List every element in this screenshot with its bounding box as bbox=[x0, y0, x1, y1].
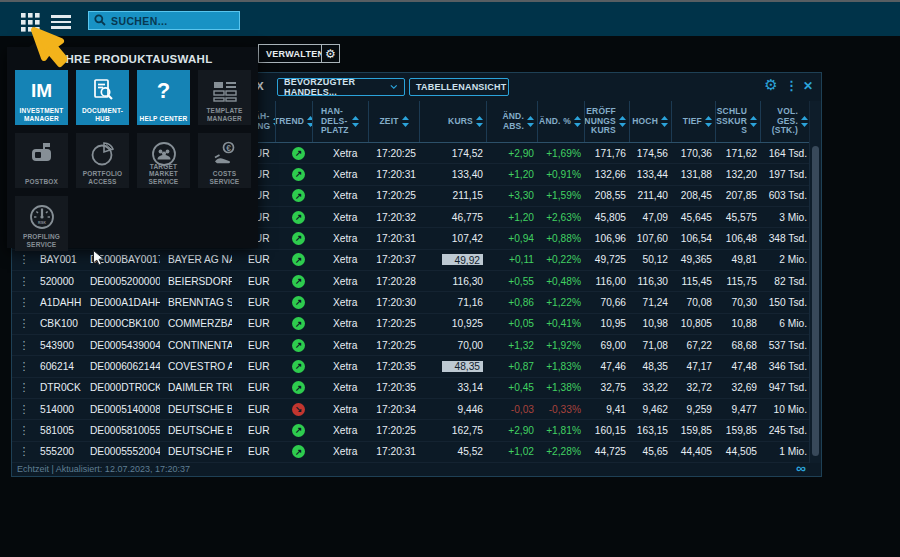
row-menu-kebab-icon[interactable]: ⋮ bbox=[12, 275, 36, 288]
trend-up-icon: ↗ bbox=[276, 275, 313, 288]
row-menu-kebab-icon[interactable]: ⋮ bbox=[12, 253, 36, 266]
trend-up-icon: ↗ bbox=[276, 317, 313, 330]
cell-low: 10,805 bbox=[672, 318, 716, 329]
cell-volume: 150 Tsd. bbox=[761, 297, 811, 308]
hamburger-menu-icon[interactable] bbox=[51, 15, 71, 29]
row-menu-kebab-icon[interactable]: ⋮ bbox=[12, 317, 36, 330]
column-header-open[interactable]: ERÖFFNUNGSKURS bbox=[585, 101, 630, 142]
launcher-tile-template-manager[interactable]: TEMPLATE MANAGER bbox=[198, 70, 251, 125]
cell-open: 106,96 bbox=[585, 233, 630, 244]
launcher-tile-investment-manager[interactable]: IMINVESTMENT MANAGER bbox=[15, 70, 68, 125]
cell-price: 211,15 bbox=[420, 190, 487, 201]
column-header-time[interactable]: ZEIT bbox=[369, 101, 420, 142]
cell-low: 106,54 bbox=[672, 233, 716, 244]
table-row[interactable]: ⋮555200DE0005552004DEUTSCHE PO...EUR↗Xet… bbox=[12, 442, 811, 463]
table-row[interactable]: ⋮581005DE0005810055DEUTSCHE BO...EUR↗Xet… bbox=[12, 420, 811, 441]
launcher-tile-document-hub[interactable]: DOCUMENT-HUB bbox=[76, 70, 129, 125]
cell-low: 115,45 bbox=[672, 276, 716, 287]
launcher-tile-portfolio-access[interactable]: PORTFOLIO ACCESS bbox=[76, 133, 129, 188]
panel-close-icon[interactable]: ✕ bbox=[801, 79, 815, 93]
product-launcher-popover: IHRE PRODUKTAUSWAHL IMINVESTMENT MANAGER… bbox=[7, 47, 258, 248]
cell-price: 133,40 bbox=[420, 169, 487, 180]
cell-change-abs: +0,05 bbox=[487, 318, 538, 329]
question-mark-icon: ? bbox=[137, 72, 190, 109]
table-row[interactable]: ⋮606214DE0006062144COVESTRO AG ...EUR↗Xe… bbox=[12, 356, 811, 377]
cell-change-abs: +2,90 bbox=[487, 425, 538, 436]
table-view-dropdown[interactable]: TABELLENANSICHT bbox=[409, 78, 509, 96]
cell-close: 159,85 bbox=[716, 425, 761, 436]
mailbox-icon bbox=[15, 135, 68, 172]
column-header-low[interactable]: TIEF bbox=[672, 101, 716, 142]
preferred-venue-dropdown[interactable]: BEVORZUGTER HANDELS... bbox=[277, 78, 405, 96]
cell-open: 69,00 bbox=[585, 340, 630, 351]
cell-price: 9,446 bbox=[420, 404, 487, 415]
launcher-tile-costs-service[interactable]: €COSTS SERVICE bbox=[198, 133, 251, 188]
cell-open: 10,95 bbox=[585, 318, 630, 329]
cell-open: 160,15 bbox=[585, 425, 630, 436]
panel-more-kebab-icon[interactable]: ⋮ bbox=[785, 78, 797, 93]
cell-volume: 947 Tsd. bbox=[761, 382, 811, 393]
cell-wkn: 606214 bbox=[36, 361, 86, 372]
row-menu-kebab-icon[interactable]: ⋮ bbox=[12, 403, 36, 416]
launcher-tile-help-center[interactable]: ?HELP CENTER bbox=[137, 70, 190, 125]
column-header-price[interactable]: KURS bbox=[420, 101, 487, 142]
row-menu-kebab-icon[interactable]: ⋮ bbox=[12, 424, 36, 437]
cell-time: 17:20:25 bbox=[369, 190, 420, 201]
search-input[interactable] bbox=[111, 15, 234, 27]
tab-settings-gear-icon[interactable]: ⚙ bbox=[321, 44, 340, 63]
cell-venue: Xetra bbox=[313, 212, 369, 223]
table-row[interactable]: ⋮520000DE0005200000BEIERSDORF A...EUR↗Xe… bbox=[12, 271, 811, 292]
infinity-icon[interactable]: ∞ bbox=[796, 460, 805, 476]
table-row[interactable]: ⋮514000DE0005140008DEUTSCHE BA...EUR↘Xet… bbox=[12, 399, 811, 420]
app-launcher-grid-icon[interactable] bbox=[21, 13, 40, 32]
launcher-tile-postbox[interactable]: POSTBOX bbox=[15, 133, 68, 188]
cell-change-abs: +0,11 bbox=[487, 254, 538, 265]
column-header-trend[interactable]: TREND bbox=[276, 101, 313, 142]
scrollbar-thumb[interactable] bbox=[812, 146, 819, 456]
cell-isin: DE0005439004 bbox=[86, 340, 160, 351]
row-menu-kebab-icon[interactable]: ⋮ bbox=[12, 296, 36, 309]
column-header-high[interactable]: HOCH bbox=[630, 101, 672, 142]
cell-low: 49,365 bbox=[672, 254, 716, 265]
column-header-venue[interactable]: HAN-DELS-PLATZ bbox=[313, 101, 369, 142]
cell-volume: 348 Tsd. bbox=[761, 233, 811, 244]
cell-change-abs: +0,87 bbox=[487, 361, 538, 372]
cell-change-pct: +2,28% bbox=[538, 446, 585, 457]
launcher-tile-target-market-service[interactable]: TARGET MARKET SERVICE bbox=[137, 133, 190, 188]
row-menu-kebab-icon[interactable]: ⋮ bbox=[12, 360, 36, 373]
cell-volume: 82 Tsd. bbox=[761, 276, 811, 287]
column-header-chg-abs[interactable]: ÄND.ABS. bbox=[487, 101, 538, 142]
cell-volume: 10 Mio. bbox=[761, 404, 811, 415]
topbar bbox=[0, 2, 900, 36]
panel-settings-gear-icon[interactable]: ⚙ bbox=[762, 76, 780, 94]
cell-time: 17:20:31 bbox=[369, 169, 420, 180]
row-menu-kebab-icon[interactable]: ⋮ bbox=[12, 339, 36, 352]
trend-down-icon: ↘ bbox=[276, 403, 313, 416]
euro-hand-icon: € bbox=[198, 135, 251, 172]
column-header-close[interactable]: SCHLUSSKURS bbox=[716, 101, 761, 142]
table-row[interactable]: ⋮543900DE0005439004CONTINENTAL ...EUR↗Xe… bbox=[12, 335, 811, 356]
search-box[interactable] bbox=[88, 11, 240, 30]
table-row[interactable]: ⋮A1DAHHDE000A1DAHH0BRENNTAG SE ...EUR↗Xe… bbox=[12, 292, 811, 313]
table-row[interactable]: ⋮DTR0CKDE000DTR0CK8DAIMLER TRUC...EUR↗Xe… bbox=[12, 378, 811, 399]
cell-venue: Xetra bbox=[313, 361, 369, 372]
cell-change-pct: +0,91% bbox=[538, 169, 585, 180]
table-row[interactable]: ⋮CBK100DE000CBK1001COMMERZBAN...EUR↗Xetr… bbox=[12, 314, 811, 335]
launcher-tile-profiling-service[interactable]: RISKPROFILING SERVICE bbox=[15, 196, 68, 251]
cell-time: 17:20:25 bbox=[369, 425, 420, 436]
row-menu-kebab-icon[interactable]: ⋮ bbox=[12, 381, 36, 394]
cell-open: 32,75 bbox=[585, 382, 630, 393]
cell-low: 131,88 bbox=[672, 169, 716, 180]
cell-change-pct: +1,81% bbox=[538, 425, 585, 436]
cell-time: 17:20:28 bbox=[369, 276, 420, 287]
table-row[interactable]: ⋮BAY001DE000BAY0017BAYER AG NA O...EUR↗X… bbox=[12, 250, 811, 271]
cell-time: 17:20:35 bbox=[369, 361, 420, 372]
cell-high: 211,40 bbox=[630, 190, 672, 201]
cell-open: 45,805 bbox=[585, 212, 630, 223]
column-header-volume[interactable]: VOL.GES.(STK.) bbox=[761, 101, 811, 142]
cell-high: 71,08 bbox=[630, 340, 672, 351]
cell-price: 49,92 bbox=[420, 254, 487, 265]
cell-time: 17:20:31 bbox=[369, 446, 420, 457]
column-header-chg-pct[interactable]: ÄND. % bbox=[538, 101, 585, 142]
row-menu-kebab-icon[interactable]: ⋮ bbox=[12, 445, 36, 458]
